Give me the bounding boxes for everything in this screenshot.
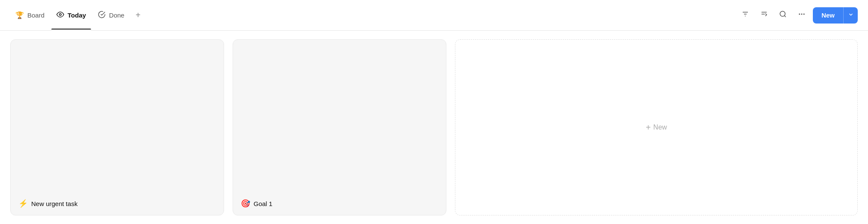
tab-done-label: Done <box>109 12 124 19</box>
tab-today-label: Today <box>68 12 86 19</box>
eye-icon <box>56 11 64 20</box>
tab-board[interactable]: 🏆 Board <box>10 8 50 23</box>
new-card-text: New <box>653 124 667 131</box>
svg-point-0 <box>59 13 62 15</box>
toolbar: 🏆 Board Today Done <box>0 0 868 31</box>
new-dropdown-button[interactable] <box>843 7 858 24</box>
svg-line-7 <box>785 15 786 17</box>
svg-point-8 <box>799 14 800 15</box>
add-tab-icon: + <box>136 10 141 20</box>
sort-icon <box>760 10 768 20</box>
svg-point-6 <box>780 11 785 16</box>
trophy-icon: 🏆 <box>15 11 24 19</box>
tab-group: 🏆 Board Today Done <box>10 7 738 24</box>
tab-board-label: Board <box>27 12 44 19</box>
add-tab-button[interactable]: + <box>131 9 145 22</box>
filter-button[interactable] <box>738 8 753 23</box>
card-2-label: 🎯 Goal 1 <box>241 199 438 208</box>
card-2-text: Goal 1 <box>254 200 272 207</box>
card-urgent-task[interactable]: ⚡ New urgent task <box>10 39 224 215</box>
lightning-icon: ⚡ <box>18 199 28 208</box>
card-1-text: New urgent task <box>31 200 77 207</box>
chevron-down-icon <box>848 12 854 19</box>
new-card-area[interactable]: + New <box>455 39 858 215</box>
new-card-label: + New <box>646 123 667 133</box>
card-1-label: ⚡ New urgent task <box>18 199 216 208</box>
more-icon <box>798 10 806 20</box>
filter-icon <box>741 10 749 20</box>
main-content: ⚡ New urgent task 🎯 Goal 1 + New <box>0 31 868 224</box>
check-circle-icon <box>98 11 106 20</box>
new-button[interactable]: New <box>813 7 843 24</box>
more-button[interactable] <box>794 8 809 23</box>
card-goal-1[interactable]: 🎯 Goal 1 <box>233 39 446 215</box>
search-button[interactable] <box>775 8 791 23</box>
tab-done[interactable]: Done <box>93 7 130 24</box>
new-button-group: New <box>813 7 858 24</box>
svg-point-9 <box>801 14 803 15</box>
toolbar-actions: New <box>738 7 858 24</box>
sort-button[interactable] <box>756 8 772 23</box>
search-icon <box>779 10 787 20</box>
svg-point-10 <box>803 14 805 15</box>
plus-icon: + <box>646 123 651 133</box>
tab-today[interactable]: Today <box>51 7 91 24</box>
target-icon: 🎯 <box>241 199 250 208</box>
